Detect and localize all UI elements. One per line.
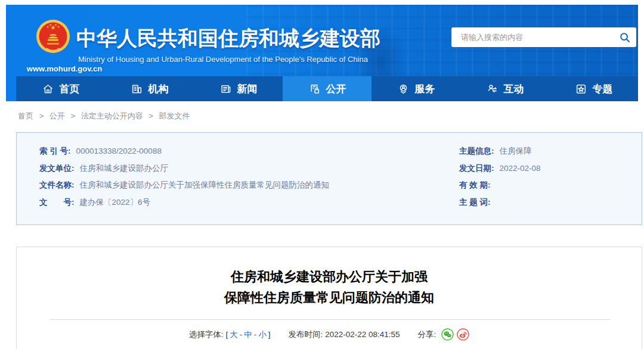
- article-meta-row: 选择字体: [大-中-小] 发布时间: 2022-02-22 08:41:55 …: [17, 328, 642, 341]
- weibo-icon[interactable]: [457, 328, 469, 341]
- info-row-issuing-unit: 发文单位:住房和城乡建设部办公厅: [39, 163, 433, 174]
- info-label: 发文单位:: [39, 164, 75, 173]
- publish-time-value: 2022-02-22 08:41:55: [325, 330, 400, 339]
- info-label: 有 效 期:: [459, 180, 491, 189]
- info-row-index-number: 索 引 号:000013338/2022-00088: [39, 145, 433, 157]
- nav-item-news[interactable]: 新闻: [194, 76, 283, 101]
- breadcrumb-separator: >: [70, 111, 75, 120]
- bracket-open: [: [225, 330, 228, 339]
- breadcrumb: 首页 > 公开 > 法定主动公开内容 > 部发文件: [18, 111, 194, 121]
- font-size-selector: [大-中-小]: [225, 329, 270, 340]
- nav-item-label: 公开: [326, 82, 346, 96]
- topics-icon: [575, 83, 587, 95]
- wechat-icon[interactable]: [441, 328, 454, 341]
- site-title-cn: 中华人民共和国住房和城乡建设部: [76, 25, 380, 52]
- main-navbar: 首页 机构 新闻: [16, 76, 638, 101]
- bracket-close: ]: [268, 330, 271, 339]
- breadcrumb-item-current: 部发文件: [159, 111, 190, 120]
- site-header: www.mohurd.gov.cn 中华人民共和国住房和城乡建设部 Minist…: [6, 5, 638, 101]
- document-info-box: 索 引 号:000013338/2022-00088 发文单位:住房和城乡建设部…: [16, 132, 642, 225]
- site-url: www.mohurd.gov.cn: [14, 64, 114, 73]
- site-title-en: Ministry of Housing and Urban-Rural Deve…: [78, 55, 368, 64]
- search-input[interactable]: [460, 32, 614, 42]
- info-row-keywords: 主 题 词:: [459, 197, 632, 208]
- publish-time-label: 发布时间:: [288, 329, 323, 340]
- info-label: 主 题 词:: [459, 198, 491, 207]
- font-size-small-button[interactable]: 小: [258, 330, 267, 339]
- info-label: 文件名称:: [39, 180, 75, 189]
- font-selector-label: 选择字体:: [189, 329, 224, 340]
- nav-item-label: 首页: [60, 82, 80, 96]
- breadcrumb-separator: >: [39, 111, 44, 120]
- article-panel: 住房和城乡建设部办公厅关于加强 保障性住房质量常见问题防治的通知 选择字体: […: [16, 247, 642, 349]
- page: www.mohurd.gov.cn 中华人民共和国住房和城乡建设部 Minist…: [0, 0, 644, 349]
- info-label: 主题信息:: [459, 147, 494, 155]
- info-label: 发文日期:: [459, 164, 494, 173]
- nav-item-label: 新闻: [237, 82, 258, 96]
- nav-item-disclosure[interactable]: 公开: [283, 76, 371, 101]
- nav-item-label: 机构: [148, 82, 169, 96]
- info-row-issue-date: 发文日期:2022-02-08: [459, 163, 632, 174]
- nav-item-label: 服务: [415, 82, 435, 96]
- news-icon: [219, 83, 232, 95]
- info-row-validity: 有 效 期:: [459, 179, 632, 191]
- info-value: 2022-02-08: [500, 164, 541, 173]
- info-label: 索 引 号:: [39, 147, 71, 155]
- document-title-line1: 住房和城乡建设部办公厅关于加强: [17, 266, 642, 287]
- national-emblem-icon: [33, 18, 73, 61]
- nav-item-home[interactable]: 首页: [16, 76, 105, 101]
- info-value: 住房和城乡建设部办公厅关于加强保障性住房质量常见问题防治的通知: [80, 180, 330, 189]
- nav-item-org[interactable]: 机构: [105, 76, 194, 101]
- org-icon: [131, 83, 143, 95]
- breadcrumb-item-home[interactable]: 首页: [18, 111, 33, 120]
- share-label: 分享:: [418, 329, 436, 340]
- home-icon: [42, 83, 54, 95]
- info-value: 建办保〔2022〕6号: [80, 198, 151, 207]
- breadcrumb-item-disclosure[interactable]: 公开: [49, 111, 65, 120]
- font-size-separator: -: [254, 330, 257, 339]
- nav-item-label: 专题: [593, 82, 613, 96]
- nav-item-services[interactable]: 服务: [371, 76, 460, 101]
- search-box: [451, 27, 636, 47]
- info-value: 000013338/2022-00088: [76, 147, 162, 155]
- search-icon[interactable]: [614, 27, 636, 47]
- service-icon: [397, 83, 410, 95]
- info-value: 住房和城乡建设部办公厅: [80, 164, 169, 173]
- disclosure-icon: [308, 83, 321, 95]
- info-row-document-name: 文件名称:住房和城乡建设部办公厅关于加强保障性住房质量常见问题防治的通知: [39, 179, 433, 191]
- breadcrumb-item-statutory-disclosure[interactable]: 法定主动公开内容: [81, 111, 143, 120]
- document-title-line2: 保障性住房质量常见问题防治的通知: [17, 287, 642, 308]
- font-size-medium-button[interactable]: 中: [244, 330, 252, 339]
- info-row-document-number: 文 号:建办保〔2022〕6号: [39, 197, 433, 208]
- breadcrumb-separator: >: [148, 111, 153, 120]
- font-size-separator: -: [240, 330, 243, 339]
- doc-info-right-column: 主题信息:住房保障 发文日期:2022-02-08 有 效 期: 主 题 词:: [459, 145, 632, 213]
- document-title: 住房和城乡建设部办公厅关于加强 保障性住房质量常见问题防治的通知: [17, 247, 642, 308]
- doc-info-left-column: 索 引 号:000013338/2022-00088 发文单位:住房和城乡建设部…: [39, 145, 433, 213]
- font-size-large-button[interactable]: 大: [230, 330, 238, 339]
- info-row-topic-info: 主题信息:住房保障: [459, 145, 632, 157]
- interaction-icon: [486, 83, 499, 95]
- info-label: 文 号:: [39, 198, 75, 207]
- nav-item-interaction[interactable]: 互动: [460, 76, 549, 101]
- info-value: 住房保障: [500, 147, 532, 155]
- nav-item-topics[interactable]: 专题: [549, 76, 638, 101]
- title-divider: [49, 319, 611, 320]
- nav-item-label: 互动: [504, 82, 524, 96]
